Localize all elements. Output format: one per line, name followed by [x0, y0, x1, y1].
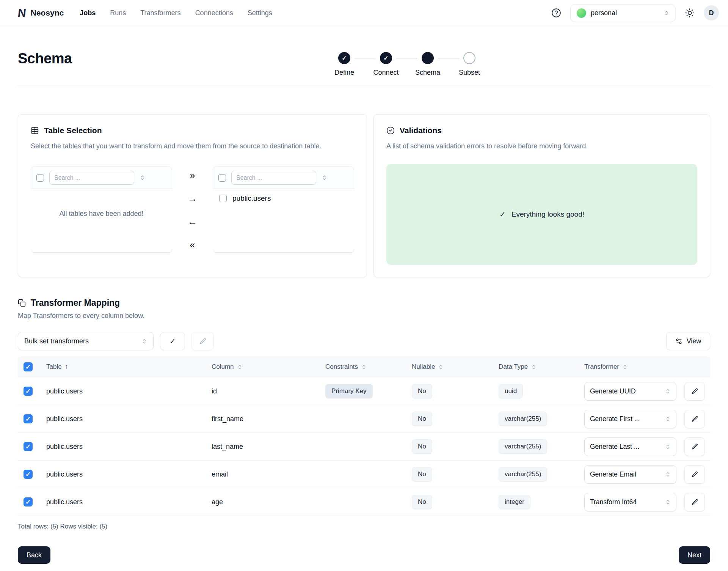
transformer-mapping-table: Table ↑ Column Constraints Nullable Data… — [18, 356, 710, 516]
sort-toggle-icon — [361, 364, 367, 370]
item-checkbox[interactable] — [219, 195, 227, 202]
table-row: public.users email No varchar(255) Gener… — [18, 461, 710, 488]
nav-item-runs[interactable]: Runs — [110, 9, 126, 17]
dual-listbox: All tables have been added! » → ← « — [31, 167, 354, 261]
help-icon[interactable] — [551, 8, 561, 18]
check-icon: ✓ — [499, 210, 506, 219]
bulk-apply-button[interactable]: ✓ — [160, 332, 185, 350]
step-connect[interactable]: Connect — [380, 52, 392, 77]
section-subtitle: Map Transformers to every column below. — [18, 312, 710, 320]
chevrons-up-down-icon — [665, 416, 671, 422]
card-description: Select the tables that you want to trans… — [31, 141, 345, 151]
column-header-datatype[interactable]: Data Type — [494, 363, 579, 371]
edit-transformer-button[interactable] — [684, 382, 705, 401]
row-checkbox[interactable] — [24, 470, 33, 479]
datatype-badge: varchar(255) — [499, 412, 547, 426]
next-button[interactable]: Next — [679, 546, 710, 564]
edit-transformer-button[interactable] — [684, 437, 705, 456]
mapping-icon — [18, 299, 26, 307]
nav-item-transformers[interactable]: Transformers — [140, 9, 180, 17]
step-complete-icon — [338, 52, 350, 64]
step-connector — [355, 58, 376, 58]
pencil-icon — [199, 338, 206, 344]
bulk-set-transformers-select[interactable]: Bulk set transformers — [18, 332, 154, 350]
source-search-input[interactable] — [49, 171, 134, 185]
select-all-destination-checkbox[interactable] — [218, 174, 226, 182]
transformer-select[interactable]: Transform Int64 — [584, 493, 676, 511]
transformer-select[interactable]: Generate UUID — [584, 382, 676, 401]
step-upcoming-icon — [463, 52, 475, 64]
table-summary: Total rows: (5) Rows visible: (5) — [18, 523, 710, 530]
user-avatar[interactable]: D — [704, 5, 719, 20]
cell-column: id — [212, 387, 217, 395]
bulk-edit-button[interactable] — [191, 332, 214, 350]
list-item[interactable]: public.users — [213, 189, 354, 208]
step-complete-icon — [380, 52, 392, 64]
datatype-badge: uuid — [499, 384, 523, 398]
column-header-table[interactable]: Table ↑ — [41, 363, 207, 371]
table-row: public.users age No integer Transform In… — [18, 488, 710, 516]
table-row: public.users id Primary Key No uuid Gene… — [18, 378, 710, 405]
column-header-constraints[interactable]: Constraints — [320, 363, 407, 371]
row-checkbox[interactable] — [24, 497, 33, 507]
neosync-logo-icon: N — [17, 7, 27, 19]
account-selector[interactable]: personal — [570, 4, 676, 22]
transformer-select[interactable]: Generate Email — [584, 465, 676, 484]
header-divider — [18, 85, 710, 85]
cell-column: last_name — [212, 443, 243, 451]
row-checkbox[interactable] — [24, 387, 33, 396]
step-connector — [396, 58, 417, 58]
validation-success-panel: ✓ Everything looks good! — [386, 164, 697, 265]
chevrons-up-down-icon — [665, 444, 671, 450]
step-schema[interactable]: Schema — [422, 52, 434, 77]
table-row: public.users last_name No varchar(255) G… — [18, 433, 710, 461]
transformer-select[interactable]: Generate Last ... — [584, 437, 676, 456]
back-button[interactable]: Back — [18, 546, 50, 564]
sort-toggle-icon — [438, 364, 444, 370]
card-description: A list of schema validation errors to re… — [386, 141, 697, 151]
nav-item-settings[interactable]: Settings — [248, 9, 272, 17]
move-all-left-button[interactable]: « — [190, 238, 195, 251]
nav-item-connections[interactable]: Connections — [195, 9, 233, 17]
section-title: Transformer Mapping — [31, 298, 120, 308]
row-checkbox[interactable] — [24, 442, 33, 451]
source-empty-message: All tables have been added! — [31, 189, 172, 218]
destination-search-input[interactable] — [231, 171, 316, 185]
move-right-button[interactable]: → — [188, 192, 197, 205]
step-define[interactable]: Define — [338, 52, 350, 77]
edit-transformer-button[interactable] — [684, 493, 705, 511]
column-header-transformer[interactable]: Transformer — [579, 363, 710, 371]
edit-transformer-button[interactable] — [684, 410, 705, 428]
validations-card: Validations A list of schema validation … — [373, 114, 710, 277]
theme-toggle-sun-icon[interactable] — [685, 8, 695, 18]
edit-transformer-button[interactable] — [684, 465, 705, 484]
chevrons-up-down-icon — [665, 472, 671, 477]
view-button[interactable]: View — [666, 332, 710, 350]
move-left-button[interactable]: ← — [188, 215, 197, 228]
validation-success-message: Everything looks good! — [511, 210, 584, 219]
row-checkbox[interactable] — [24, 414, 33, 423]
column-header-column[interactable]: Column — [207, 363, 320, 371]
select-all-source-checkbox[interactable] — [36, 174, 44, 182]
step-subset[interactable]: Subset — [463, 52, 475, 77]
sort-ascending-icon: ↑ — [65, 363, 68, 371]
sort-icon[interactable] — [140, 175, 145, 181]
datatype-badge: varchar(255) — [499, 439, 547, 454]
nav-item-jobs[interactable]: Jobs — [80, 9, 96, 17]
sort-icon[interactable] — [322, 175, 327, 181]
select-all-rows-checkbox[interactable] — [24, 362, 33, 371]
job-stepper: Define Connect Schema Subset — [338, 52, 475, 77]
destination-table-list: public.users — [213, 167, 354, 253]
chevrons-up-down-icon — [665, 499, 671, 505]
brand: N Neosync — [18, 7, 64, 19]
table-name: public.users — [232, 194, 271, 203]
step-current-icon — [422, 52, 434, 64]
move-all-right-button[interactable]: » — [190, 169, 195, 182]
circle-check-icon — [386, 126, 395, 135]
nullable-badge: No — [412, 439, 432, 454]
column-header-nullable[interactable]: Nullable — [407, 363, 494, 371]
transformer-mapping-section: Transformer Mapping Map Transformers to … — [18, 298, 710, 320]
sliders-icon — [675, 338, 682, 345]
card-title: Validations — [400, 126, 442, 135]
transformer-select[interactable]: Generate First ... — [584, 410, 676, 428]
